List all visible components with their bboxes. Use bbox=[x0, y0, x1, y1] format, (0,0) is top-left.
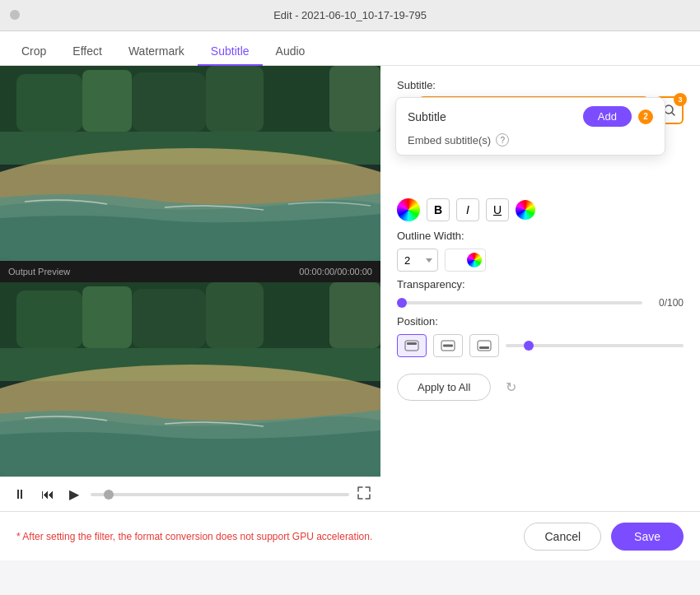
svg-rect-8 bbox=[329, 66, 380, 132]
progress-thumb[interactable] bbox=[104, 490, 114, 500]
transparency-slider-row: 0/100 bbox=[397, 297, 684, 309]
svg-rect-22 bbox=[407, 342, 417, 345]
svg-rect-3 bbox=[16, 74, 82, 132]
svg-rect-5 bbox=[132, 72, 206, 132]
position-top-button[interactable] bbox=[397, 334, 427, 357]
video-preview-top bbox=[0, 66, 380, 261]
color-picker[interactable] bbox=[397, 198, 420, 221]
underline-button[interactable]: U bbox=[486, 198, 509, 221]
svg-rect-25 bbox=[478, 341, 491, 351]
embed-subtitles-row: Embed subtitle(s) ? bbox=[408, 133, 653, 146]
tab-effect[interactable]: Effect bbox=[59, 38, 115, 66]
bold-button[interactable]: B bbox=[427, 198, 450, 221]
outline-width-label: Outline Width: bbox=[397, 230, 684, 242]
position-label: Position: bbox=[397, 315, 684, 328]
tab-bar: Crop Effect Watermark Subtitle Audio bbox=[0, 31, 700, 66]
outline-color-box[interactable] bbox=[445, 249, 486, 272]
output-preview-label: Output Preview bbox=[8, 267, 70, 277]
main-layout: Output Preview 00:00:00/00:00:00 bbox=[0, 66, 700, 511]
output-preview-bar: Output Preview 00:00:00/00:00:00 bbox=[0, 261, 380, 282]
transparency-thumb[interactable] bbox=[397, 298, 407, 308]
embed-subtitle-label: Embed subtitle(s) bbox=[408, 134, 491, 146]
position-row bbox=[397, 334, 684, 357]
popup-subtitle-label: Subtitle bbox=[408, 110, 446, 123]
transparency-label: Transparency: bbox=[397, 278, 684, 291]
playback-controls: ⏸ ⏮ ▶ bbox=[0, 476, 380, 511]
svg-rect-4 bbox=[82, 70, 132, 132]
svg-rect-26 bbox=[479, 346, 489, 349]
progress-bar[interactable] bbox=[91, 493, 349, 496]
svg-rect-17 bbox=[264, 286, 329, 348]
tab-crop[interactable]: Crop bbox=[8, 38, 59, 66]
svg-rect-18 bbox=[329, 282, 380, 348]
outline-width-row: 2 1 3 4 bbox=[397, 249, 684, 272]
timecode-display: 00:00:00/00:00:00 bbox=[299, 267, 372, 277]
svg-rect-6 bbox=[206, 66, 264, 132]
rewind-button[interactable]: ⏮ bbox=[38, 484, 58, 505]
outline-width-select[interactable]: 2 1 3 4 bbox=[397, 249, 438, 272]
window-title: Edit - 2021-06-10_10-17-19-795 bbox=[273, 9, 427, 21]
play-button[interactable]: ▶ bbox=[66, 483, 82, 505]
position-bottom-button[interactable] bbox=[469, 334, 499, 357]
transparency-slider[interactable] bbox=[397, 301, 642, 304]
subtitle-section-label: Subtitle: bbox=[397, 79, 684, 91]
help-icon[interactable]: ? bbox=[496, 133, 509, 146]
right-panel: Subtitle: 1 No Subtitle 3 Subtitle Add bbox=[380, 66, 700, 511]
close-button[interactable] bbox=[10, 10, 20, 20]
tab-audio[interactable]: Audio bbox=[263, 38, 319, 66]
svg-rect-14 bbox=[82, 286, 132, 348]
badge-2: 2 bbox=[638, 109, 653, 124]
outline-color-wheel[interactable] bbox=[467, 253, 482, 267]
add-subtitle-button[interactable]: Add bbox=[583, 106, 632, 127]
apply-to-all-button[interactable]: Apply to All bbox=[397, 374, 491, 401]
fullscreen-button[interactable] bbox=[357, 486, 371, 502]
position-thumb[interactable] bbox=[524, 341, 534, 351]
svg-rect-15 bbox=[132, 289, 206, 348]
pause-button[interactable]: ⏸ bbox=[10, 484, 30, 505]
badge-3: 3 bbox=[674, 93, 687, 106]
title-bar: Edit - 2021-06-10_10-17-19-795 bbox=[0, 0, 700, 31]
svg-rect-13 bbox=[16, 291, 82, 348]
warning-text: * After setting the filter, the format c… bbox=[16, 531, 372, 542]
tab-watermark[interactable]: Watermark bbox=[115, 38, 198, 66]
svg-rect-24 bbox=[443, 345, 453, 347]
bottom-buttons: Cancel Save bbox=[524, 523, 684, 551]
svg-rect-21 bbox=[405, 341, 418, 351]
traffic-lights bbox=[10, 8, 20, 23]
popup-add-row: Subtitle Add 2 bbox=[408, 106, 653, 127]
video-preview-bottom bbox=[0, 282, 380, 477]
tab-subtitle[interactable]: Subtitle bbox=[198, 38, 263, 66]
save-button[interactable]: Save bbox=[611, 523, 684, 551]
refresh-button[interactable]: ↻ bbox=[499, 376, 522, 399]
bottom-bar: * After setting the filter, the format c… bbox=[0, 511, 700, 560]
subtitle-dropdown-popup: Subtitle Add 2 Embed subtitle(s) ? bbox=[395, 97, 665, 156]
apply-all-row: Apply to All ↻ bbox=[397, 374, 684, 401]
video-panel: Output Preview 00:00:00/00:00:00 bbox=[0, 66, 380, 511]
svg-rect-16 bbox=[206, 282, 264, 348]
italic-button[interactable]: I bbox=[456, 198, 479, 221]
cancel-button[interactable]: Cancel bbox=[524, 523, 601, 551]
svg-rect-7 bbox=[264, 70, 329, 132]
position-slider[interactable] bbox=[506, 344, 684, 347]
outline-color-picker[interactable] bbox=[516, 200, 535, 220]
text-style-row: B I U bbox=[397, 198, 684, 221]
transparency-value: 0/100 bbox=[651, 297, 684, 309]
position-center-button[interactable] bbox=[433, 334, 463, 357]
